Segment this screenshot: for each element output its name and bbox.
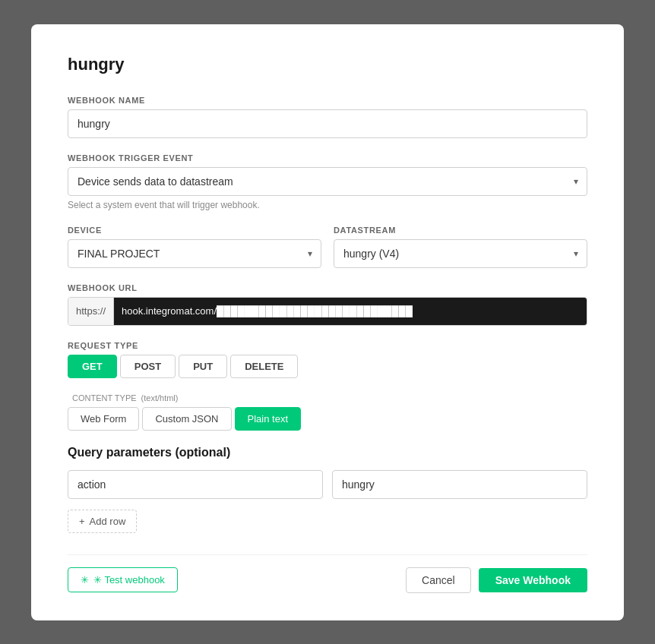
content-type-field: CONTENT TYPE(text/html) Web Form Custom … <box>68 393 587 431</box>
cancel-button[interactable]: Cancel <box>406 567 471 593</box>
datastream-field: DATASTREAM hungry (V4) ▾ <box>334 226 587 268</box>
request-type-label: REQUEST TYPE <box>68 341 587 350</box>
modal-footer: ✳ ✳ Test webhook Cancel Save Webhook <box>68 554 587 593</box>
add-row-label: Add row <box>90 516 126 527</box>
btn-custom-json[interactable]: Custom JSON <box>142 407 231 431</box>
webhook-trigger-select-wrapper: Device sends data to datastream ▾ <box>68 167 587 196</box>
param-key-0[interactable] <box>68 470 323 499</box>
webhook-trigger-field: WEBHOOK TRIGGER EVENT Device sends data … <box>68 153 587 210</box>
device-datastream-row: DEVICE FINAL PROJECT ▾ DATASTREAM hungry… <box>68 226 587 268</box>
btn-post[interactable]: POST <box>120 355 176 378</box>
param-row-0 <box>68 470 587 499</box>
query-params-section: Query parameters (optional) + Add row <box>68 446 587 533</box>
webhook-trigger-select[interactable]: Device sends data to datastream <box>68 167 587 196</box>
device-field: DEVICE FINAL PROJECT ▾ <box>68 226 321 268</box>
save-webhook-button[interactable]: Save Webhook <box>479 568 587 592</box>
content-type-group: Web Form Custom JSON Plain text <box>68 407 587 431</box>
request-type-group: GET POST PUT DELETE <box>68 355 587 378</box>
test-webhook-label: ✳ Test webhook <box>93 574 165 586</box>
device-select[interactable]: FINAL PROJECT <box>68 239 321 268</box>
query-params-title: Query parameters (optional) <box>68 446 587 459</box>
btn-plain-text[interactable]: Plain text <box>235 407 301 431</box>
webhook-modal: hungry WEBHOOK NAME WEBHOOK TRIGGER EVEN… <box>31 24 624 620</box>
url-value: hook.integromat.com/████████████████████… <box>114 298 587 325</box>
webhook-name-field: WEBHOOK NAME <box>68 96 587 138</box>
device-select-wrapper: FINAL PROJECT ▾ <box>68 239 321 268</box>
device-label: DEVICE <box>68 226 321 235</box>
webhook-trigger-hint: Select a system event that will trigger … <box>68 200 587 210</box>
url-prefix: https:// <box>68 298 114 325</box>
webhook-name-label: WEBHOOK NAME <box>68 96 587 105</box>
webhook-url-field: WEBHOOK URL https:// hook.integromat.com… <box>68 283 587 326</box>
webhook-url-input-wrapper[interactable]: https:// hook.integromat.com/███████████… <box>68 297 587 326</box>
modal-title: hungry <box>68 55 587 74</box>
btn-web-form[interactable]: Web Form <box>68 407 139 431</box>
webhook-name-input[interactable] <box>68 109 587 138</box>
webhook-trigger-label: WEBHOOK TRIGGER EVENT <box>68 153 587 163</box>
plus-icon: + <box>79 516 85 527</box>
btn-delete[interactable]: DELETE <box>230 355 298 378</box>
add-row-button[interactable]: + Add row <box>68 510 137 533</box>
btn-put[interactable]: PUT <box>179 355 227 378</box>
test-icon: ✳ <box>81 574 89 586</box>
btn-get[interactable]: GET <box>68 355 117 378</box>
request-type-field: REQUEST TYPE GET POST PUT DELETE <box>68 341 587 378</box>
footer-actions: Cancel Save Webhook <box>406 567 587 593</box>
test-webhook-button[interactable]: ✳ ✳ Test webhook <box>68 567 178 592</box>
param-value-0[interactable] <box>332 470 587 499</box>
datastream-select[interactable]: hungry (V4) <box>334 239 587 268</box>
datastream-select-wrapper: hungry (V4) ▾ <box>334 239 587 268</box>
webhook-url-label: WEBHOOK URL <box>68 283 587 292</box>
content-type-label: CONTENT TYPE(text/html) <box>68 393 587 402</box>
datastream-label: DATASTREAM <box>334 226 587 235</box>
